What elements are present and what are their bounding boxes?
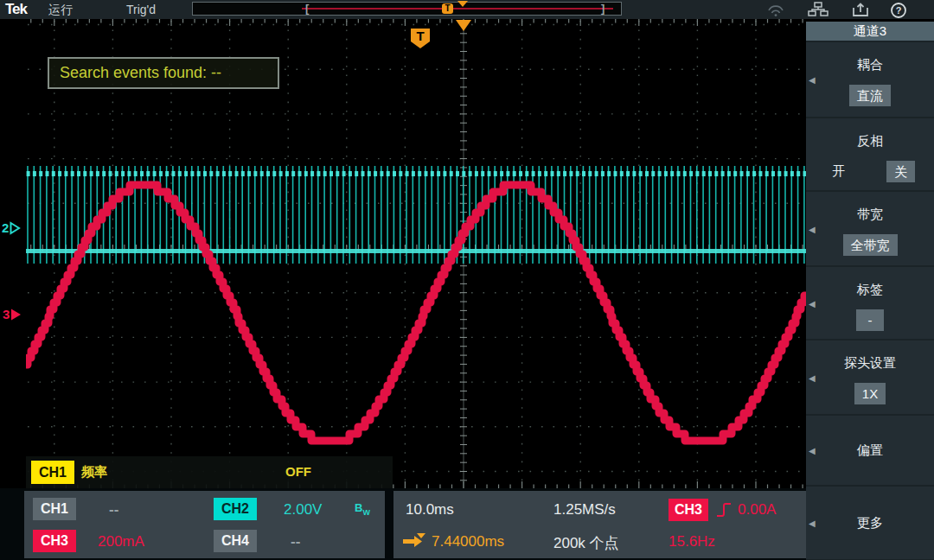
oscilloscope-screen: Tek 运行 Trig'd [ ] T ? T [0, 0, 934, 560]
sample-rate-value: 1.25MS/s [553, 501, 616, 519]
measurement-strip[interactable]: CH1 频率 OFF [26, 456, 393, 488]
measurement-value: OFF [285, 464, 311, 479]
softkey-arrow-icon: ◀ [809, 446, 816, 455]
trigger-status: Trig'd [126, 3, 156, 16]
expansion-point-marker-icon[interactable] [456, 20, 471, 31]
menu-section-probe-setup[interactable]: ◀ 探头设置 1X [806, 340, 934, 414]
invert-off-option[interactable]: 关 [886, 161, 915, 182]
top-status-bar: Tek 运行 Trig'd [ ] T ? [0, 0, 934, 19]
softkey-arrow-icon: ◀ [809, 75, 816, 85]
coupling-value-button[interactable]: 直流 [849, 85, 891, 106]
delay-arrow-icon [402, 532, 426, 550]
menu-section-offset[interactable]: ◀ 偏置 [806, 416, 934, 485]
channel-readout-panel: CH1 -- CH2 2.00V BW CH3 200mA CH4 -- [24, 491, 385, 558]
bandwidth-label: 带宽 [857, 207, 883, 223]
invert-label: 反相 [857, 133, 883, 150]
trigger-slope-rising-icon [715, 500, 732, 519]
measurement-type-label: 频率 [81, 464, 107, 480]
ch2-scale-value: 2.00V [284, 501, 322, 519]
menu-section-more[interactable]: ◀ 更多 [806, 487, 934, 559]
ch2-bandwidth-limit-icon: BW [355, 501, 370, 517]
trigger-level-value: 0.00A [738, 501, 776, 519]
ch4-scale-value: -- [291, 533, 300, 550]
ch4-badge[interactable]: CH4 [214, 530, 257, 552]
record-length-value: 200k 个点 [553, 533, 619, 553]
export-icon[interactable] [851, 2, 870, 17]
softkey-arrow-icon: ◀ [809, 519, 816, 528]
trigger-position-marker-label: T [416, 29, 424, 43]
ch3-scale-value: 200mA [98, 533, 144, 550]
softkey-arrow-icon: ◀ [809, 298, 816, 308]
menu-section-label[interactable]: ◀ 标签 - [806, 267, 934, 339]
waveform-display: T [26, 19, 806, 488]
softkey-arrow-icon: ◀ [809, 224, 816, 233]
record-view-bar[interactable]: [ ] T [192, 2, 622, 16]
invert-on-option[interactable]: 开 [832, 163, 845, 180]
ch1-badge[interactable]: CH1 [33, 498, 76, 520]
record-view-bracket-left: [ [305, 2, 309, 15]
probe-setup-value-button[interactable]: 1X [854, 383, 886, 404]
ch3-badge[interactable]: CH3 [33, 530, 76, 552]
acquisition-status: 运行 [48, 3, 73, 18]
record-view-trigger-badge[interactable]: T [442, 3, 453, 14]
softkey-arrow-icon: ◀ [809, 372, 816, 382]
ch2-position-marker[interactable]: 2 [2, 220, 21, 235]
label-value-button[interactable]: - [856, 309, 884, 331]
tek-logo: Tek [5, 1, 27, 18]
offset-label: 偏置 [857, 442, 883, 459]
ch3-marker-arrow-icon [10, 308, 22, 321]
network-icon[interactable] [808, 2, 828, 17]
horizontal-scale-value: 10.0ms [406, 501, 454, 519]
record-view-bracket-right: ] [601, 2, 605, 15]
bandwidth-value-button[interactable]: 全带宽 [843, 234, 898, 256]
record-view-expansion-icon[interactable] [457, 1, 468, 7]
menu-title: 通道3 [806, 22, 934, 41]
ch2-marker-arrow-icon [10, 221, 21, 235]
measurement-source-badge[interactable]: CH1 [31, 461, 74, 484]
menu-section-invert[interactable]: 反相 开 关 [806, 118, 934, 190]
menu-section-coupling[interactable]: ◀ 耦合 直流 [806, 42, 934, 117]
horizontal-delay-value: 7.44000ms [432, 533, 504, 550]
wifi-icon[interactable] [766, 3, 785, 17]
coupling-label: 耦合 [857, 57, 883, 73]
trigger-frequency-value: 15.6Hz [669, 533, 715, 550]
help-icon[interactable]: ? [890, 2, 907, 19]
label-label: 标签 [857, 282, 883, 298]
more-label: 更多 [857, 515, 883, 531]
ch3-position-marker[interactable]: 3 [3, 307, 22, 321]
record-view-waveform-line [302, 8, 613, 10]
trigger-source-badge[interactable]: CH3 [669, 499, 708, 521]
horizontal-trigger-readout-panel: 10.0ms 1.25MS/s CH3 0.00A 7.44000ms 200k… [393, 491, 806, 558]
ch2-marker-label: 2 [2, 220, 9, 235]
ch2-badge[interactable]: CH2 [214, 498, 257, 520]
search-events-banner: Search events found: -- [48, 57, 279, 89]
menu-section-bandwidth[interactable]: ◀ 带宽 全带宽 [806, 192, 934, 265]
channel3-menu: 通道3 ◀ 耦合 直流 反相 开 关 ◀ 带宽 全带宽 ◀ 标签 - ◀ 探头设… [806, 22, 934, 560]
probe-setup-label: 探头设置 [844, 355, 896, 372]
ch1-scale-value: -- [109, 501, 118, 519]
ch3-marker-label: 3 [3, 307, 10, 321]
svg-text:?: ? [896, 5, 902, 16]
